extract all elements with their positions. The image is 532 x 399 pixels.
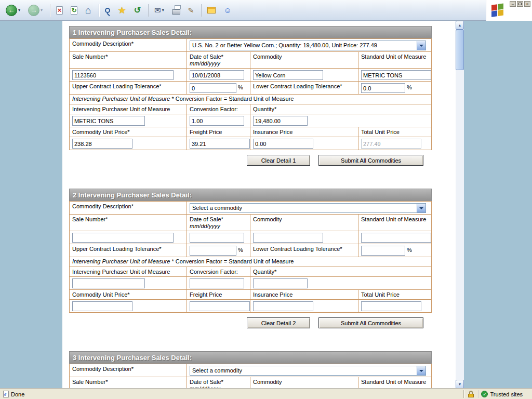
date-of-sale-input[interactable]	[190, 233, 244, 243]
stop-x-glyph: ×	[58, 6, 62, 14]
commodity-description-label: Commodity Description*	[70, 39, 187, 51]
date-of-sale-input[interactable]	[190, 70, 244, 80]
submit-all-commodities-button[interactable]: Submit All Commodities	[318, 155, 423, 166]
dropdown-arrow-icon[interactable]	[417, 204, 425, 212]
commodity-unit-price-input[interactable]	[72, 139, 132, 149]
back-button[interactable]: ← ▾	[4, 3, 22, 18]
favorites-button[interactable]: ★	[116, 3, 128, 18]
mail-button[interactable]: ✉ ▾	[153, 3, 166, 18]
commodity-input[interactable]	[253, 70, 323, 80]
commodity-description-select[interactable]: Select a commodity	[190, 366, 426, 376]
selected-commodity-text: Select a commodity	[192, 367, 242, 374]
stop-button[interactable]: ×	[55, 3, 64, 18]
edit-button[interactable]: ✎	[187, 3, 196, 18]
section-title: 3 Intervening Purchaser Sales Detail:	[69, 351, 432, 364]
standard-unit-input[interactable]	[361, 233, 431, 243]
commodity-input[interactable]	[253, 233, 323, 243]
statusbar-separator	[463, 390, 464, 398]
percent-sign: %	[238, 247, 243, 253]
commodity-description-select[interactable]: Select a commodity	[190, 203, 426, 213]
freight-price-input[interactable]	[190, 139, 250, 149]
quantity-label: Quantity*	[250, 267, 431, 276]
statusbar-separator	[478, 390, 478, 398]
submit-all-commodities-button[interactable]: Submit All Commodities	[318, 317, 423, 328]
sale-number-label: Sale Number*	[70, 377, 187, 389]
commodity-description-label: Commodity Description*	[70, 202, 187, 214]
clear-detail-button[interactable]: Clear Detail 2	[247, 317, 310, 328]
date-of-sale-label: Date of Sale*	[190, 54, 247, 60]
sale-number-label: Sale Number*	[70, 52, 187, 68]
lower-tolerance-input[interactable]	[361, 83, 405, 93]
home-button[interactable]: ⌂	[84, 3, 92, 18]
quantity-input[interactable]	[253, 116, 308, 126]
discuss-button[interactable]	[206, 3, 217, 18]
home-icon: ⌂	[85, 5, 91, 16]
history-button[interactable]: ↺	[132, 3, 142, 18]
insurance-price-input[interactable]	[253, 139, 313, 149]
quantity-label: Quantity*	[250, 104, 431, 114]
quantity-input[interactable]	[253, 278, 308, 288]
close-button[interactable]: ×	[524, 1, 530, 7]
total-unit-price-input	[361, 139, 421, 149]
ipum-label: Intervening Purchaser Unit of Measure	[70, 104, 187, 114]
page-status-icon: e	[3, 391, 9, 397]
restore-button[interactable]	[517, 1, 523, 7]
freight-price-input[interactable]	[190, 301, 250, 311]
percent-sign: %	[238, 84, 243, 90]
lower-tolerance-input[interactable]	[361, 246, 405, 256]
history-icon: ↺	[134, 5, 141, 15]
forward-button[interactable]: → ▾	[26, 3, 44, 18]
minimize-button[interactable]: –	[510, 1, 516, 7]
clear-detail-button[interactable]: Clear Detail 1	[247, 155, 310, 166]
scrollbar-thumb[interactable]	[456, 30, 464, 70]
status-text: Done	[11, 391, 24, 397]
back-dropdown-icon[interactable]: ▾	[18, 8, 20, 12]
conversion-note-italic: Intervening Purchaser Unit of Measure	[72, 258, 170, 264]
insurance-price-label: Insurance Price	[250, 127, 358, 137]
selected-commodity-text: U.S. No. 2 or Better Yellow Corn.; Quant…	[192, 42, 377, 48]
security-zone-indicator: ✓ Trusted sites	[481, 391, 530, 397]
freight-price-label: Freight Price	[187, 290, 250, 299]
commodity-label: Commodity	[250, 52, 358, 68]
upper-tolerance-input[interactable]	[190, 83, 236, 93]
print-button[interactable]	[170, 3, 182, 18]
forward-dropdown-icon[interactable]: ▾	[41, 8, 43, 12]
insurance-price-input[interactable]	[253, 301, 313, 311]
lower-tolerance-label: Lower Contract Loading Tolerance*	[250, 244, 358, 257]
edit-icon: ✎	[188, 6, 194, 15]
sale-number-input[interactable]	[72, 70, 174, 80]
scroll-down-button[interactable]: ▼	[456, 380, 464, 389]
upper-tolerance-input[interactable]	[190, 246, 236, 256]
sales-detail-section-3: 3 Intervening Purchaser Sales Detail: Co…	[69, 351, 432, 389]
conversion-factor-label: Conversion Factor:	[187, 104, 250, 114]
ipum-input[interactable]	[72, 278, 145, 288]
freight-price-label: Freight Price	[187, 127, 250, 137]
date-format-hint: mm/dd/yyyy	[190, 223, 247, 230]
ipum-input[interactable]	[72, 116, 145, 126]
lower-tolerance-label: Lower Contract Loading Tolerance*	[250, 82, 358, 94]
conversion-factor-input[interactable]	[190, 278, 244, 288]
dropdown-arrow-icon[interactable]	[417, 366, 425, 375]
date-of-sale-label: Date of Sale*	[190, 216, 247, 223]
standard-unit-input[interactable]	[361, 70, 431, 80]
section-title: 1 Intervening Purchaser Sales Detail:	[69, 26, 432, 38]
commodity-unit-price-input[interactable]	[72, 301, 132, 311]
sale-number-input[interactable]	[72, 233, 174, 243]
total-unit-price-label: Total Unit Price	[358, 127, 431, 137]
forward-icon: →	[28, 5, 39, 16]
conversion-factor-input[interactable]	[190, 116, 244, 126]
commodity-description-select[interactable]: U.S. No. 2 or Better Yellow Corn.; Quant…	[190, 41, 426, 50]
messenger-button[interactable]: ☺	[222, 3, 233, 18]
upper-tolerance-label: Upper Contract Loading Tolerance*	[70, 82, 187, 94]
vertical-scrollbar[interactable]: ▲ ▼	[456, 21, 464, 389]
search-handle	[107, 12, 110, 16]
refresh-button[interactable]: ↻	[69, 3, 79, 18]
dropdown-arrow-icon[interactable]	[417, 41, 425, 50]
commodity-label: Commodity	[250, 215, 358, 231]
scroll-up-button[interactable]: ▲	[456, 21, 464, 30]
ipum-label: Intervening Purchaser Unit of Measure	[70, 267, 187, 276]
trusted-zone-check-icon: ✓	[481, 391, 488, 397]
mail-dropdown-icon[interactable]: ▾	[162, 8, 164, 12]
toolbar-separator	[148, 4, 149, 17]
search-button[interactable]	[103, 3, 112, 18]
